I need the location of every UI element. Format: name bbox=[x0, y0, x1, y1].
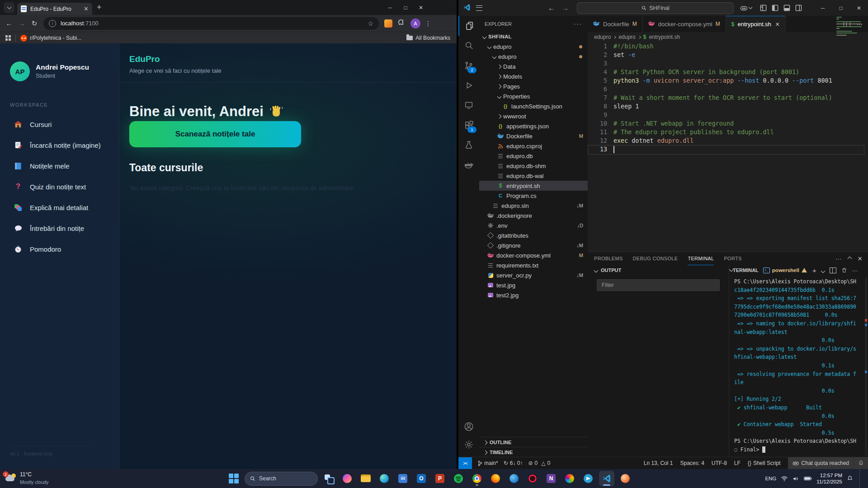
activity-source-control-icon[interactable]: 2 bbox=[458, 56, 479, 75]
profile-avatar[interactable]: A bbox=[410, 19, 420, 28]
code-line-2[interactable]: 2set -e bbox=[588, 51, 868, 59]
tree-item-edupro-db-shm[interactable]: edupro.db-shm bbox=[479, 161, 588, 171]
browser-maximize-button[interactable]: □ bbox=[398, 5, 413, 11]
panel-close-icon[interactable]: ✕ bbox=[858, 255, 863, 262]
activity-remote-explorer-icon[interactable] bbox=[458, 95, 479, 115]
extensions-puzzle-icon[interactable] bbox=[398, 19, 405, 28]
sidebar-item-book[interactable]: Notițele mele bbox=[0, 155, 119, 176]
code-editor[interactable]: 1#!/bin/bash2set -e34# Start Python OCR … bbox=[588, 42, 868, 252]
code-line-9[interactable]: 9 bbox=[588, 111, 868, 119]
new-tab-button[interactable]: + bbox=[97, 3, 102, 12]
taskbar-icon-firefox[interactable] bbox=[488, 471, 503, 486]
taskbar-icon-powerpoint[interactable]: P bbox=[432, 471, 448, 486]
line-col-status[interactable]: Ln 13, Col 1 bbox=[644, 460, 673, 466]
show-desktop-button[interactable] bbox=[859, 469, 862, 488]
terminal-dropdown-icon[interactable] bbox=[821, 268, 825, 273]
sidebar-item-home[interactable]: Cursuri bbox=[0, 114, 119, 135]
activity-search-icon[interactable] bbox=[458, 36, 479, 56]
code-line-8[interactable]: 8sleep 1 bbox=[588, 102, 868, 111]
browser-close-button[interactable]: ✕ bbox=[413, 5, 429, 11]
back-button[interactable]: ← bbox=[3, 19, 15, 27]
toggle-secondary-sidebar-icon[interactable] bbox=[793, 2, 804, 14]
language-indicator[interactable]: ENG bbox=[765, 476, 776, 481]
code-line-11[interactable]: 11# The edupro project publishes to edup… bbox=[588, 128, 868, 136]
tree-item-docker-compose-yml[interactable]: docker-compose.ymlM bbox=[479, 250, 588, 260]
sidebar-item-question[interactable]: ?Quiz din notițe text bbox=[0, 176, 119, 197]
terminal-shell-badge[interactable]: >_ powershell bbox=[763, 267, 807, 273]
tree-item-server-ocr-py[interactable]: server_ocr.py↓M bbox=[479, 270, 588, 280]
tree-item-appsettings-json[interactable]: {}appsettings.json bbox=[479, 121, 588, 131]
tree-item--dockerignore[interactable]: .dockerignore bbox=[479, 211, 588, 221]
code-line-7[interactable]: 7# Wait a short moment for the OCR serve… bbox=[588, 94, 868, 102]
tab-docker-compose[interactable]: docker-compose.ymlM bbox=[643, 16, 726, 32]
chat-quota-status[interactable]: Chat quota reached bbox=[788, 457, 854, 469]
code-line-13[interactable]: 13 bbox=[588, 145, 868, 154]
browser-tab[interactable]: EduPro - EduPro ✕ bbox=[17, 3, 92, 15]
taskbar-icon-mail[interactable]: ✉ bbox=[395, 471, 410, 486]
tab-close-icon[interactable]: ✕ bbox=[84, 5, 89, 12]
output-header[interactable]: OUTPUT bbox=[588, 265, 729, 276]
nav-forward-button[interactable]: → bbox=[562, 4, 569, 12]
sync-status[interactable]: ↻6↓ 0↑ bbox=[504, 460, 523, 466]
taskbar-clock[interactable]: 12:57 PM 11/12/2025 bbox=[816, 472, 842, 485]
tree-item-edupro-db-wal[interactable]: edupro.db-wal bbox=[479, 171, 588, 181]
nav-back-button[interactable]: ← bbox=[548, 4, 555, 12]
forward-button[interactable]: → bbox=[15, 19, 28, 27]
all-bookmarks-button[interactable]: All Bookmarks bbox=[406, 35, 450, 41]
new-terminal-icon[interactable]: + bbox=[812, 267, 816, 274]
indent-status[interactable]: Spaces: 4 bbox=[680, 460, 704, 466]
tree-item-launchsettings-json[interactable]: {}launchSettings.json bbox=[479, 101, 588, 111]
tree-item-entrypoint-sh[interactable]: $entrypoint.sh bbox=[479, 181, 588, 191]
output-filter[interactable] bbox=[597, 279, 720, 291]
eol-status[interactable]: LF bbox=[734, 460, 741, 466]
tree-item-models[interactable]: Models bbox=[479, 71, 588, 81]
taskbar-icon-copilot[interactable] bbox=[340, 471, 355, 486]
tree-root[interactable]: SHFINAL bbox=[479, 32, 588, 42]
code-line-12[interactable]: 12exec dotnet edupro.dll bbox=[588, 136, 868, 145]
tree-item-requirements-txt[interactable]: requirements.txt bbox=[479, 260, 588, 270]
filter-input[interactable] bbox=[601, 282, 707, 289]
vscode-minimize-button[interactable]: ─ bbox=[814, 5, 832, 11]
tree-item--env[interactable]: .env↓D bbox=[479, 221, 588, 230]
outline-section[interactable]: OUTLINE bbox=[479, 437, 588, 447]
toggle-panel-icon[interactable] bbox=[781, 2, 793, 14]
terminal-output[interactable]: PS C:\Users\Alexis Potoroaca\Desktop\SHc… bbox=[734, 277, 862, 455]
activity-explorer-icon[interactable] bbox=[458, 16, 480, 36]
taskbar-icon-paint[interactable] bbox=[618, 471, 633, 486]
customize-layout-icon[interactable] bbox=[757, 2, 769, 14]
tab-close-icon[interactable]: ✕ bbox=[775, 21, 780, 28]
encoding-status[interactable]: UTF-8 bbox=[712, 460, 727, 466]
activity-testing-icon[interactable] bbox=[458, 135, 479, 155]
tab-entrypoint[interactable]: $ entrypoint.sh✕ bbox=[726, 16, 786, 32]
tree-item-test2-jpg[interactable]: test2.jpg bbox=[479, 290, 588, 300]
split-terminal-icon[interactable] bbox=[830, 267, 836, 273]
tree-item-properties[interactable]: Properties bbox=[479, 91, 588, 101]
activity-extensions-icon[interactable]: 1 bbox=[458, 115, 479, 135]
scan-notes-button[interactable]: Scanează notițele tale bbox=[129, 121, 301, 147]
tree-item-dockerfile[interactable]: DockerfileM bbox=[479, 131, 588, 141]
taskbar-icon-vscode[interactable] bbox=[599, 471, 614, 486]
tree-item-wwwroot[interactable]: wwwroot bbox=[479, 111, 588, 121]
activity-docker-icon[interactable] bbox=[458, 155, 479, 175]
taskbar-icon-opera-gx[interactable] bbox=[525, 471, 540, 486]
branch-status[interactable]: main* bbox=[477, 460, 498, 466]
taskbar-icon-onenote[interactable]: N bbox=[543, 471, 559, 486]
terminal-scrollbar[interactable] bbox=[865, 277, 867, 455]
tab-search-button[interactable] bbox=[4, 2, 14, 13]
taskbar-icon-outlook[interactable]: O bbox=[414, 471, 429, 486]
start-button[interactable] bbox=[226, 471, 241, 486]
timeline-section[interactable]: TIMELINE bbox=[479, 447, 588, 457]
taskbar-icon-chrome[interactable] bbox=[469, 471, 485, 486]
sidebar-item-note[interactable]: Încarcă notițe (imagine) bbox=[0, 135, 119, 155]
tree-item-test-jpg[interactable]: test.jpg bbox=[479, 280, 588, 290]
activity-account-icon[interactable] bbox=[458, 417, 479, 436]
bookmark-star-icon[interactable]: ☆ bbox=[368, 20, 373, 27]
tree-item-program-cs[interactable]: CProgram.cs bbox=[479, 191, 588, 201]
apps-grid-icon[interactable] bbox=[5, 35, 11, 41]
problems-status[interactable]: ⊘0 △0 bbox=[528, 460, 550, 466]
weather-widget[interactable]: 2 11°C Mostly cloudy bbox=[5, 471, 49, 486]
address-bar[interactable]: i localhost:7100 ☆ bbox=[43, 17, 379, 30]
vscode-close-button[interactable]: ✕ bbox=[850, 5, 868, 11]
tab-terminal[interactable]: TERMINAL bbox=[688, 252, 714, 265]
vscode-maximize-button[interactable]: □ bbox=[832, 5, 850, 11]
